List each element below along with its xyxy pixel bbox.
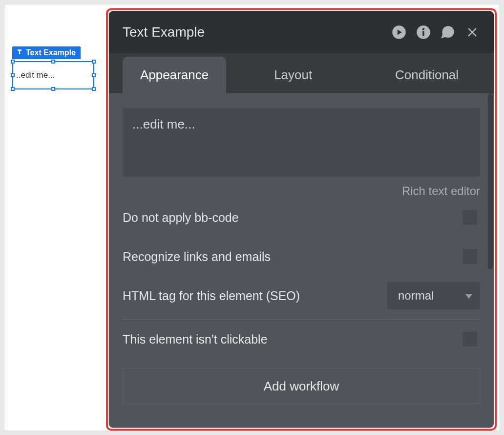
- seo-tag-label: HTML tag for this element (SEO): [123, 289, 300, 303]
- recognize-links-checkbox[interactable]: [462, 249, 477, 264]
- resize-handle-tm[interactable]: [51, 60, 55, 64]
- text-type-icon: [16, 48, 23, 57]
- close-icon[interactable]: [464, 24, 480, 40]
- tab-bar: Appearance Layout Conditional: [109, 53, 494, 93]
- row-seo-tag: HTML tag for this element (SEO) normal: [123, 276, 480, 315]
- seo-tag-value: normal: [398, 289, 434, 303]
- canvas-element-box[interactable]: ..edit me...: [12, 61, 94, 89]
- resize-handle-tl[interactable]: [11, 60, 15, 64]
- tab-layout-label: Layout: [274, 67, 312, 82]
- row-bbcode: Do not apply bb-code: [123, 198, 480, 237]
- bbcode-checkbox[interactable]: [462, 210, 477, 225]
- tab-conditional-label: Conditional: [395, 67, 459, 82]
- comment-icon[interactable]: [440, 24, 456, 40]
- row-not-clickable: This element isn't clickable: [123, 320, 480, 359]
- resize-handle-br[interactable]: [92, 87, 96, 91]
- preview-icon[interactable]: [391, 24, 407, 40]
- rich-text-editor-link[interactable]: Rich text editor: [123, 184, 480, 198]
- resize-handle-mr[interactable]: [92, 73, 96, 77]
- canvas-text-element[interactable]: Text Example ..edit me...: [12, 61, 94, 89]
- tab-conditional[interactable]: Conditional: [360, 57, 494, 93]
- bbcode-label: Do not apply bb-code: [123, 211, 239, 225]
- tab-appearance[interactable]: Appearance: [123, 57, 226, 93]
- tab-appearance-label: Appearance: [140, 67, 209, 82]
- svg-rect-2: [422, 31, 424, 36]
- panel-header[interactable]: Text Example: [109, 11, 494, 53]
- not-clickable-label: This element isn't clickable: [123, 332, 268, 347]
- add-workflow-button[interactable]: Add workflow: [123, 369, 480, 404]
- element-type-text: Text Example: [26, 48, 76, 57]
- canvas-element-content: ..edit me...: [16, 70, 55, 80]
- not-clickable-checkbox[interactable]: [462, 332, 477, 347]
- element-type-label: Text Example: [12, 46, 81, 59]
- row-recognize-links: Recognize links and emails: [123, 237, 480, 276]
- resize-handle-tr[interactable]: [92, 60, 96, 64]
- svg-point-3: [422, 28, 425, 31]
- scrollbar[interactable]: [488, 93, 493, 269]
- text-content-input[interactable]: [123, 108, 480, 176]
- info-icon[interactable]: [416, 24, 431, 40]
- recognize-links-label: Recognize links and emails: [123, 250, 271, 264]
- resize-handle-bm[interactable]: [51, 87, 55, 91]
- tab-layout[interactable]: Layout: [226, 57, 360, 93]
- resize-handle-ml[interactable]: [11, 73, 15, 77]
- resize-handle-bl[interactable]: [11, 87, 15, 91]
- seo-tag-select[interactable]: normal: [387, 282, 480, 309]
- panel-body: Rich text editor Do not apply bb-code Re…: [109, 93, 494, 428]
- property-panel: Text Example Appearance: [109, 11, 494, 428]
- panel-title: Text Example: [123, 24, 391, 40]
